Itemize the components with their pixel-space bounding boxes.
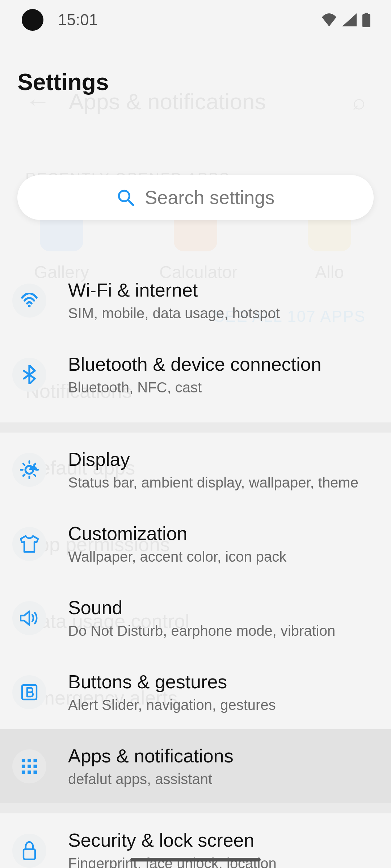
svg-rect-22	[28, 770, 31, 774]
svg-line-10	[23, 464, 25, 465]
row-subtitle: Fingerprint, face unlock, location	[68, 855, 277, 868]
svg-rect-24	[24, 849, 35, 859]
row-wifi-internet[interactable]: Wi-Fi & internetSIM, mobile, data usage,…	[0, 263, 391, 337]
svg-line-3	[128, 200, 133, 205]
page-title: Settings	[0, 40, 391, 95]
row-sound[interactable]: SoundDo Not Disturb, earphone mode, vibr…	[0, 581, 391, 655]
row-title: Apps & notifications	[68, 745, 234, 767]
row-title: Display	[68, 448, 358, 470]
wifi-icon	[321, 13, 337, 26]
row-apps-notifications[interactable]: Apps & notificationsdefalut apps, assist…	[0, 729, 391, 803]
wifi-icon	[20, 293, 38, 308]
row-title: Sound	[68, 597, 335, 618]
svg-rect-17	[34, 758, 37, 762]
row-title: Buttons & gestures	[68, 671, 276, 693]
svg-line-12	[23, 475, 25, 476]
row-title: Security & lock screen	[68, 829, 277, 851]
svg-rect-20	[34, 765, 37, 768]
row-subtitle: Bluetooth, NFC, cast	[68, 379, 321, 396]
svg-rect-1	[362, 14, 370, 27]
row-buttons-gestures[interactable]: Buttons & gesturesAlert Slider, navigati…	[0, 655, 391, 729]
row-title: Bluetooth & device connection	[68, 353, 321, 375]
apps-grid-icon	[21, 758, 38, 775]
svg-rect-0	[365, 13, 368, 14]
svg-rect-21	[22, 770, 25, 774]
row-title: Customization	[68, 523, 286, 544]
battery-icon	[362, 13, 371, 27]
svg-rect-18	[22, 765, 25, 768]
search-placeholder: Search settings	[145, 187, 274, 208]
row-subtitle: Wallpaper, accent color, icon pack	[68, 549, 286, 565]
row-bluetooth-device[interactable]: Bluetooth & device connectionBluetooth, …	[0, 337, 391, 412]
svg-rect-23	[34, 770, 37, 774]
section-divider	[0, 803, 391, 813]
search-icon	[117, 188, 135, 207]
section-divider	[0, 422, 391, 433]
status-clock: 15:01	[58, 11, 98, 29]
row-subtitle: defalut apps, assistant	[68, 771, 234, 787]
brightness-icon	[20, 460, 39, 479]
tshirt-icon	[20, 535, 39, 553]
svg-line-13	[34, 464, 35, 465]
row-subtitle: Alert Slider, navigation, gestures	[68, 697, 276, 713]
svg-rect-15	[22, 758, 25, 762]
cell-signal-icon	[342, 13, 357, 26]
button-b-icon	[21, 684, 38, 701]
search-settings[interactable]: Search settings	[17, 175, 374, 220]
bluetooth-icon	[23, 365, 36, 384]
row-subtitle: Do Not Disturb, earphone mode, vibration	[68, 623, 335, 639]
row-title: Wi-Fi & internet	[68, 279, 280, 301]
svg-rect-19	[28, 765, 31, 768]
lock-icon	[22, 841, 37, 860]
row-subtitle: Status bar, ambient display, wallpaper, …	[68, 475, 358, 491]
status-bar: 15:01	[0, 0, 391, 40]
row-customization[interactable]: CustomizationWallpaper, accent color, ic…	[0, 507, 391, 581]
row-subtitle: SIM, mobile, data usage, hotspot	[68, 305, 280, 322]
debug-indicator-icon	[22, 9, 43, 31]
row-display[interactable]: DisplayStatus bar, ambient display, wall…	[0, 433, 391, 507]
svg-line-11	[34, 475, 35, 476]
svg-point-4	[28, 305, 30, 307]
svg-rect-16	[28, 758, 31, 762]
speaker-icon	[20, 610, 39, 626]
gesture-nav-handle[interactable]	[130, 858, 261, 861]
